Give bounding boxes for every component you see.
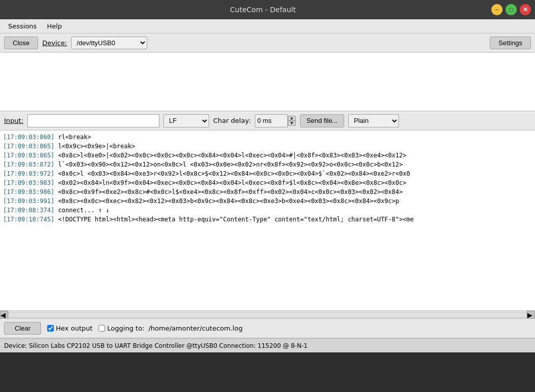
device-select[interactable]: /dev/ttyUSB0 (71, 37, 147, 49)
settings-button[interactable]: Settings (490, 37, 531, 49)
close-button[interactable]: Close (4, 37, 38, 49)
bottom-bar: Clear Hex output Logging to: /home/amont… (0, 319, 535, 338)
clear-button[interactable]: Clear (4, 322, 41, 335)
log-line: [17:09:03:972] <0x0c>l <0x03><0x84><0xe3… (3, 169, 532, 178)
horizontal-scrollbar[interactable] (8, 312, 527, 318)
toolbar: Close Device: /dev/ttyUSB0 Settings (0, 34, 535, 53)
input-bar: Input: LF CR CR+LF None Char delay: 0 ms… (0, 111, 535, 130)
title-bar: CuteCom - Default − □ ✕ (0, 0, 535, 19)
hex-output-text: Hex output (56, 324, 92, 332)
log-line: [17:09:03:872] l`<0x03><0x90><0x12><0x12… (3, 160, 532, 169)
lf-select[interactable]: LF CR CR+LF None (163, 114, 209, 127)
scroll-left-button[interactable]: ◀ (0, 311, 8, 319)
log-area[interactable]: [17:09:03:860] rl<break>[17:09:03:865] l… (0, 130, 535, 311)
scroll-right-button[interactable]: ▶ (527, 311, 535, 319)
log-line: [17:09:08:374] connect... ↑ ↓ (3, 206, 532, 215)
log-line: [17:09:03:865] <0x8c>l<0xe0>|<0x02><0x0c… (3, 151, 532, 160)
log-line: [17:09:10:745] <!DOCTYPE html><html><hea… (3, 215, 532, 224)
input-field[interactable] (27, 114, 159, 127)
send-file-button[interactable]: Send file... (300, 114, 344, 127)
log-line: [17:09:03:991] <0x8c><0x0c><0xec><0x82><… (3, 197, 532, 206)
input-label: Input: (4, 117, 23, 124)
device-label: Device: (42, 39, 67, 47)
delay-spinner: ▲ ▼ (288, 116, 296, 126)
hex-output-label[interactable]: Hex output (47, 324, 92, 332)
log-path: /home/amonter/cutecom.log (148, 324, 242, 332)
window-controls: − □ ✕ (491, 4, 531, 15)
logging-label[interactable]: Logging to: /home/amonter/cutecom.log (98, 324, 243, 332)
delay-down-button[interactable]: ▼ (288, 121, 296, 126)
logging-text: Logging to: (107, 324, 144, 332)
minimize-button[interactable]: − (491, 4, 503, 15)
plain-select[interactable]: Plain Hex (348, 114, 399, 127)
char-delay-label: Char delay: (213, 117, 251, 124)
maximize-button[interactable]: □ (506, 4, 517, 15)
delay-input[interactable]: 0 ms (255, 114, 288, 127)
status-bar: Device: Silicon Labs CP2102 USB to UART … (0, 338, 535, 352)
log-line: [17:09:03:983] <0x02><0x84>ln<0x9f><0x04… (3, 178, 532, 187)
menu-bar: Sessions Help (0, 19, 535, 34)
log-line: [17:09:03:865] l<0x9c><0x9e>|<break> (3, 142, 532, 151)
output-area (0, 53, 535, 111)
log-line: [17:09:03:860] rl<break> (3, 133, 532, 142)
delay-up-button[interactable]: ▲ (288, 116, 296, 121)
menu-sessions[interactable]: Sessions (3, 21, 42, 31)
hex-output-checkbox[interactable] (47, 325, 54, 332)
logging-checkbox[interactable] (98, 325, 105, 332)
log-line: [17:09:03:986] <0x8c><0x9f><0xe2><0x8c>#… (3, 187, 532, 197)
close-window-button[interactable]: ✕ (520, 4, 531, 15)
status-text: Device: Silicon Labs CP2102 USB to UART … (4, 342, 308, 349)
scrollbar-area: ◀ ▶ (0, 311, 535, 319)
menu-help[interactable]: Help (42, 21, 67, 31)
delay-control: 0 ms ▲ ▼ (255, 114, 296, 127)
window-title: CuteCom - Default (35, 6, 491, 14)
